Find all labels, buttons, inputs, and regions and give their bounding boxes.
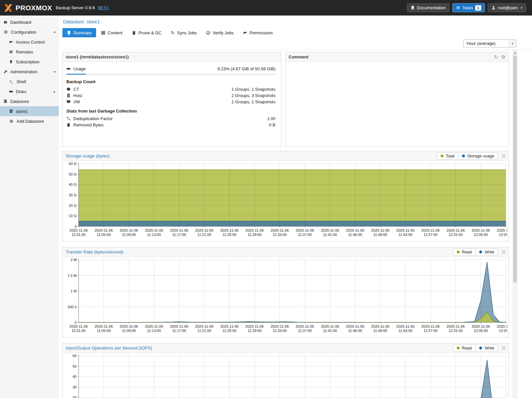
svg-text:500 k: 500 k <box>68 305 77 309</box>
svg-text:11:33:00: 11:33:00 <box>273 233 287 237</box>
svg-text:11:21:00: 11:21:00 <box>197 233 211 237</box>
svg-text:2020-11-06: 2020-11-06 <box>120 324 138 328</box>
svg-text:11:37:00: 11:37:00 <box>298 329 312 333</box>
trash-icon <box>132 31 136 35</box>
documentation-button[interactable]: Documentation <box>407 3 449 12</box>
scroll-up-arrow[interactable] <box>513 50 517 55</box>
gear-icon[interactable]: ⚙ <box>501 54 506 59</box>
legend-item-read[interactable]: Read <box>453 249 476 255</box>
svg-text:11:41:00: 11:41:00 <box>323 329 337 333</box>
chart-legend: Read Write <box>453 345 498 352</box>
tab-content[interactable]: Content <box>97 28 127 37</box>
sidebar-item-add-datastore[interactable]: ⊕ Add Datastore <box>0 116 59 126</box>
chevron-down-icon[interactable]: ▾ <box>54 70 55 74</box>
legend-item-write[interactable]: Write <box>475 345 498 351</box>
list-icon <box>9 50 13 54</box>
sidebar-item-access-control[interactable]: Access Control <box>0 37 59 47</box>
gc-stats-heading: Stats from last Garbage Collection <box>66 109 275 114</box>
usage-row: Usage 9.23% (4.67 GiB of 50.56 GiB) <box>66 66 275 72</box>
dashboard-icon <box>3 20 8 24</box>
sidebar-item-subscription[interactable]: Subscription <box>0 57 59 67</box>
topbar-actions: Documentation Tasks 1 root@pam ▾ <box>407 3 526 12</box>
svg-text:2020-11-06: 2020-11-06 <box>245 228 264 232</box>
scrollbar-thumb[interactable] <box>513 55 517 282</box>
beta-link[interactable]: BETA <box>98 5 109 10</box>
top-bar: PROXMOX Backup Server 0.9-6 BETA Documen… <box>0 0 532 16</box>
svg-text:10 G: 10 G <box>69 214 77 218</box>
svg-text:20: 20 <box>73 396 77 398</box>
svg-text:11:49:00: 11:49:00 <box>373 329 387 333</box>
sidebar-item-configuration[interactable]: ⚙ Configuration ▾ <box>0 27 59 37</box>
svg-text:11:41:00: 11:41:00 <box>323 233 337 237</box>
check-circle-icon <box>206 31 210 35</box>
svg-text:12:05:00: 12:05:00 <box>474 233 488 237</box>
chevron-down-icon[interactable]: ▾ <box>54 30 55 34</box>
building-icon <box>66 93 71 98</box>
plus-circle-icon: ⊕ <box>9 119 14 123</box>
tab-summary[interactable]: Summary <box>62 28 96 37</box>
backup-count-heading: Backup Count <box>66 79 275 84</box>
sidebar-item-datastore[interactable]: Datastore <box>0 96 59 106</box>
hdd-icon <box>66 67 71 71</box>
timeframe-select[interactable]: Hour (average) ▾ <box>463 39 516 48</box>
svg-text:11:13:00: 11:13:00 <box>147 233 161 237</box>
tab-verify-jobs[interactable]: Verify Jobs <box>202 28 238 37</box>
svg-text:11:45:00: 11:45:00 <box>348 233 362 237</box>
svg-text:40: 40 <box>73 375 77 379</box>
datastore-summary-panel: store1 (/mnt/datastores/store1) Usage 9.… <box>62 52 281 147</box>
legend-item-storage-usage[interactable]: Storage usage <box>458 153 498 159</box>
tab-sync-jobs[interactable]: ↻ Sync Jobs <box>166 28 201 37</box>
database-icon <box>3 99 8 104</box>
sidebar-item-remotes[interactable]: Remotes <box>0 47 59 57</box>
svg-text:2020-11-06: 2020-11-06 <box>446 324 465 328</box>
legend-item-write[interactable]: Write <box>475 249 498 255</box>
sidebar-item-store1[interactable]: store1 <box>0 106 59 116</box>
sidebar-item-shell[interactable]: >_ Shell <box>0 77 59 86</box>
chart-toolbar: Hour (average) ▾ <box>62 37 532 50</box>
storage-usage-chart: 010 G20 G30 G40 G50 G60 G2020-11-0611:01… <box>64 162 507 239</box>
svg-text:2020-11-06: 2020-11-06 <box>220 324 238 328</box>
svg-text:2020-11-06: 2020-11-06 <box>270 324 289 328</box>
legend-item-total[interactable]: Total <box>437 153 458 159</box>
collapse-icon[interactable]: ⊖ <box>501 346 506 350</box>
chevron-down-icon: ▾ <box>509 40 516 47</box>
svg-text:2020-11-06: 2020-11-06 <box>145 324 163 328</box>
user-icon <box>491 6 496 10</box>
backup-count-row-host: Host 2 Groups, 3 Snapshots <box>66 92 275 99</box>
tab-prune-gc[interactable]: Prune & GC <box>127 28 166 37</box>
svg-text:2 M: 2 M <box>71 258 77 262</box>
chevron-down-icon: ▾ <box>521 6 522 10</box>
svg-text:11:17:00: 11:17:00 <box>172 233 186 237</box>
series-color-dot <box>479 347 482 349</box>
svg-text:2020-11-06: 2020-11-06 <box>497 324 507 328</box>
legend-item-read[interactable]: Read <box>453 345 476 351</box>
backup-count-row-vm: VM 1 Groups, 1 Snapshots <box>66 99 275 105</box>
svg-text:2020-11-06: 2020-11-06 <box>195 228 213 232</box>
svg-text:11:17:00: 11:17:00 <box>172 329 186 333</box>
svg-text:2020-11-06: 2020-11-06 <box>220 228 238 232</box>
svg-text:11:01:00: 11:01:00 <box>72 329 86 333</box>
collapse-icon[interactable]: ⊖ <box>501 153 506 158</box>
sidebar-item-dashboard[interactable]: Dashboard <box>0 17 59 27</box>
panel-title: Comment <box>289 54 308 59</box>
chevron-right-icon[interactable]: ▸ <box>54 90 55 93</box>
svg-text:11:29:00: 11:29:00 <box>248 329 262 333</box>
collapse-icon[interactable]: ⊖ <box>501 249 506 254</box>
sidebar-item-administration[interactable]: Administration ▾ <box>0 67 59 77</box>
comment-body[interactable] <box>286 62 509 69</box>
reload-icon[interactable]: ↻ <box>494 54 498 59</box>
usage-value: 9.23% (4.67 GiB of 50.56 GiB) <box>217 66 275 71</box>
vertical-scrollbar[interactable] <box>513 50 517 398</box>
svg-text:2020-11-06: 2020-11-06 <box>472 228 490 232</box>
svg-text:11:53:00: 11:53:00 <box>399 233 412 237</box>
main-content: Datastore: store1 Summary Content Prune … <box>59 16 532 398</box>
user-menu-button[interactable]: root@pam ▾ <box>488 3 526 12</box>
svg-text:2020-11-06: 2020-11-06 <box>120 228 138 232</box>
tasks-count-badge: 1 <box>475 5 481 11</box>
svg-text:11:13:00: 11:13:00 <box>147 329 161 333</box>
gc-row-dedup: Deduplication Factor 1.00 <box>66 116 275 122</box>
tasks-button[interactable]: Tasks 1 <box>452 3 485 12</box>
sidebar-item-disks[interactable]: Disks ▸ <box>0 86 59 96</box>
tab-permissions[interactable]: Permissions <box>239 28 277 37</box>
hdd-icon <box>9 89 13 94</box>
